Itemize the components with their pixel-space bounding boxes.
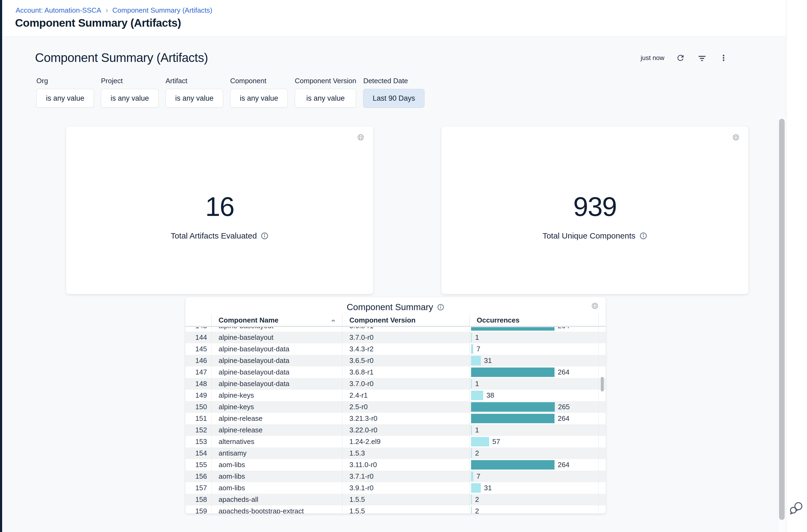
total-artifacts-value: 16: [205, 191, 234, 222]
table-row[interactable]: 152 alpine-release 3.22.0-r0 1: [186, 424, 606, 436]
column-header-component-name[interactable]: Component Name: [211, 315, 342, 326]
table-header-row: Component Name Component Version Occurre…: [186, 315, 606, 327]
page-scrollbar-track: [777, 118, 786, 532]
component-name-cell: apacheds-bootstrap-extract: [211, 505, 342, 513]
table-row[interactable]: 145 alpine-baselayout-data 3.4.3-r2 7: [186, 343, 606, 355]
component-name-cell: aom-libs: [211, 459, 342, 471]
row-number-cell: 155: [186, 459, 211, 471]
filter-group: Component is any value: [230, 77, 288, 108]
dashboard-menu-button[interactable]: [718, 53, 729, 63]
table-row[interactable]: 153 alternatives 1.24-2.el9 57: [186, 436, 606, 448]
unique-components-value: 939: [573, 191, 617, 222]
breadcrumb-page-link[interactable]: Component Summary (Artifacts): [112, 6, 212, 15]
filter-label: Component Version: [295, 77, 356, 85]
filter-value-button[interactable]: is any value: [230, 89, 288, 108]
total-artifacts-label: Total Artifacts Evaluated: [171, 231, 257, 241]
occurrence-value: 1: [475, 333, 479, 342]
info-icon[interactable]: [639, 232, 647, 240]
refresh-button[interactable]: [675, 53, 686, 63]
chat-support-button[interactable]: [789, 500, 805, 516]
right-gutter: [786, 0, 807, 532]
filter-group: Org is any value: [36, 77, 94, 108]
component-name-cell: alpine-keys: [211, 401, 342, 413]
table-row[interactable]: 157 aom-libs 3.9.1-r0 31: [186, 482, 606, 494]
filter-icon: [697, 53, 707, 62]
info-icon[interactable]: [261, 232, 269, 240]
filter-label: Org: [36, 77, 94, 85]
row-number-cell: 157: [186, 482, 211, 494]
table-row[interactable]: 155 aom-libs 3.11.0-r0 264: [186, 459, 606, 471]
occurrences-cell: 38: [469, 390, 599, 401]
filter-value-button[interactable]: is any value: [166, 89, 223, 108]
page-title: Component Summary (Artifacts): [15, 17, 181, 29]
table-row[interactable]: 147 alpine-baselayout-data 3.6.8-r1 264: [186, 366, 606, 378]
occurrences-cell: 2: [469, 505, 599, 513]
component-name-cell: aom-libs: [211, 471, 342, 482]
column-header-component-version[interactable]: Component Version: [342, 315, 469, 326]
table-row[interactable]: 150 alpine-keys 2.5-r0 265: [186, 401, 606, 413]
page-scrollbar-thumb[interactable]: [779, 119, 785, 520]
table-row[interactable]: 159 apacheds-bootstrap-extract 1.5.5 2: [186, 505, 606, 513]
filter-value-button[interactable]: is any value: [36, 89, 94, 108]
filter-value-button[interactable]: is any value: [101, 89, 158, 108]
component-version-cell: 3.7.0-r0: [342, 378, 469, 390]
component-name-cell: alpine-baselayout: [211, 327, 342, 332]
row-number-cell: 145: [186, 343, 211, 355]
stat-card-total-artifacts: 16 Total Artifacts Evaluated: [66, 127, 373, 294]
info-icon[interactable]: [437, 303, 444, 311]
occurrence-value: 264: [558, 461, 569, 469]
occurrence-value: 1: [475, 426, 479, 434]
component-version-cell: 3.9.1-r0: [342, 482, 469, 494]
component-version-cell: 1.24-2.el9: [342, 436, 469, 448]
occurrences-cell: 264: [469, 327, 599, 332]
occurrence-bar: [471, 507, 472, 513]
component-version-cell: 1.5.5: [342, 494, 469, 505]
row-number-cell: 156: [186, 471, 211, 482]
occurrence-value: 1: [475, 380, 479, 388]
table-row[interactable]: 158 apacheds-all 1.5.5 2: [186, 494, 606, 505]
filter-value-button[interactable]: Last 90 Days: [363, 89, 424, 108]
component-name-cell: antisamy: [211, 448, 342, 459]
table-row[interactable]: 144 alpine-baselayout 3.7.0-r0 1: [186, 332, 606, 343]
last-refreshed-text: just now: [641, 54, 664, 62]
component-version-cell: 3.22.0-r0: [342, 424, 469, 436]
component-version-cell: 3.6.8-r1: [342, 327, 469, 332]
column-header-occurrences[interactable]: Occurrences: [469, 315, 599, 326]
table-scrollbar-thumb[interactable]: [601, 377, 604, 392]
occurrence-bar: [471, 402, 555, 412]
table-row[interactable]: 149 alpine-keys 2.4-r1 38: [186, 390, 606, 401]
component-version-cell: 3.21.3-r0: [342, 413, 469, 424]
component-version-cell: 3.11.0-r0: [342, 459, 469, 471]
table-row[interactable]: 151 alpine-release 3.21.3-r0 264: [186, 413, 606, 424]
occurrences-cell: 1: [469, 332, 599, 343]
table-row[interactable]: 154 antisamy 1.5.3 2: [186, 448, 606, 459]
table-row[interactable]: 146 alpine-baselayout-data 3.6.5-r0 31: [186, 355, 606, 366]
occurrence-bar: [471, 495, 472, 504]
breadcrumb-separator-icon: ›: [105, 6, 108, 15]
filter-group: Project is any value: [101, 77, 158, 108]
table-row[interactable]: 148 alpine-baselayout-data 3.7.0-r0 1: [186, 378, 606, 390]
component-version-cell: 2.4-r1: [342, 390, 469, 401]
row-number-cell: 144: [186, 332, 211, 343]
kebab-menu-icon: [719, 53, 728, 62]
occurrences-cell: 7: [469, 471, 599, 482]
table-rows: 143 alpine-baselayout 3.6.8-r1 264 144 a…: [186, 327, 606, 513]
filter-group: Component Version is any value: [295, 77, 356, 108]
breadcrumb-account-link[interactable]: Account: Automation-SSCA: [16, 6, 101, 15]
table-row[interactable]: 156 aom-libs 3.7.1-r0 7: [186, 471, 606, 482]
occurrence-bar: [471, 391, 483, 400]
row-number-cell: 159: [186, 505, 211, 513]
row-number-cell: 146: [186, 355, 211, 366]
table-row[interactable]: 143 alpine-baselayout 3.6.8-r1 264: [186, 327, 606, 332]
dashboard-filters-button[interactable]: [697, 53, 707, 63]
row-number-cell: 149: [186, 390, 211, 401]
dashboard-content: Component Summary (Artifacts) just now O…: [2, 37, 786, 532]
component-name-cell: alpine-release: [211, 413, 342, 424]
row-number-cell: 148: [186, 378, 211, 390]
occurrence-value: 264: [558, 327, 569, 330]
component-name-cell: alpine-keys: [211, 390, 342, 401]
filter-value-button[interactable]: is any value: [295, 89, 356, 108]
component-summary-table-card: Component Summary Component Name Compone…: [186, 297, 606, 513]
component-version-cell: 2.5-r0: [342, 401, 469, 413]
component-version-cell: 3.7.1-r0: [342, 471, 469, 482]
